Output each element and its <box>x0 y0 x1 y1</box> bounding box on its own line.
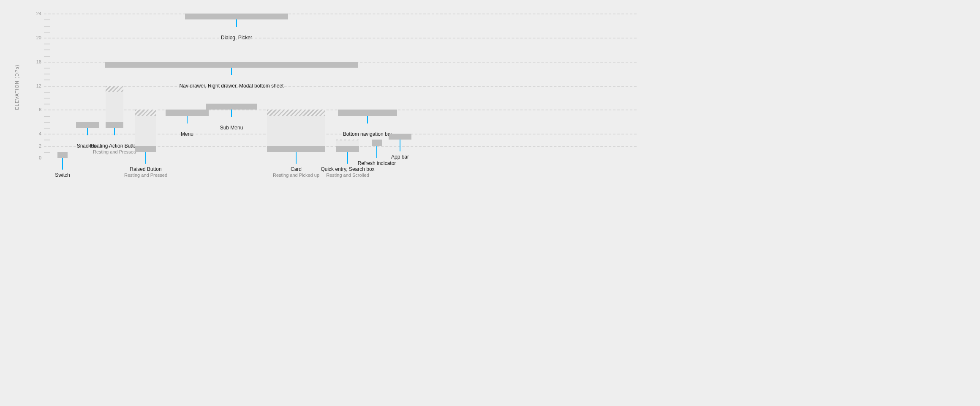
card-pressed-top <box>267 110 325 115</box>
minor-tick <box>44 140 50 140</box>
minor-tick <box>44 26 50 27</box>
card-sublabel: Resting and Picked up <box>273 173 319 178</box>
fab-cue <box>114 128 115 135</box>
minor-tick <box>44 92 50 93</box>
minor-tick <box>44 128 50 129</box>
navbar-cue <box>367 116 368 123</box>
ytick-4: 4 <box>39 131 41 136</box>
snackbar-bar <box>76 122 99 128</box>
minor-tick <box>44 56 50 57</box>
raised-pressed-top <box>135 110 156 115</box>
elevation-chart: ELEVATION (DPs) 024812162024SwitchSnackb… <box>0 0 653 271</box>
refresh-cue <box>376 146 377 158</box>
quick-label: Quick entry, Search box <box>321 166 374 172</box>
raised-pressed-range <box>135 116 156 146</box>
quick-bar <box>336 146 359 152</box>
snackbar-cue <box>87 128 88 135</box>
ytick-12: 12 <box>36 83 41 88</box>
minor-tick <box>44 74 50 74</box>
fab-pressed-top <box>106 86 123 92</box>
appbar-bar <box>389 134 411 140</box>
fab-label: Floating Action Button <box>90 143 139 149</box>
ytick-0: 0 <box>39 155 41 160</box>
gridline-20 <box>44 38 637 38</box>
navbar-bar <box>338 110 397 115</box>
ytick-24: 24 <box>36 11 41 16</box>
quick-pressed-top <box>336 140 359 140</box>
raised-bar <box>135 146 156 152</box>
minor-tick <box>44 68 50 69</box>
switch-cue <box>62 158 63 170</box>
raised-cue <box>145 152 146 164</box>
minor-tick <box>44 104 50 104</box>
dialog-bar <box>185 14 288 19</box>
drawer-bar <box>105 62 358 68</box>
gridline-12 <box>44 86 637 87</box>
switch-bar <box>57 152 68 158</box>
minor-tick <box>44 152 50 153</box>
raised-sublabel: Resting and Pressed <box>124 173 167 178</box>
card-bar <box>267 146 325 152</box>
refresh-bar <box>372 140 382 145</box>
ytick-16: 16 <box>36 59 41 64</box>
submenu-bar <box>206 104 257 110</box>
raised-label: Raised Button <box>130 166 161 172</box>
submenu-cue <box>231 110 232 117</box>
minor-tick <box>44 98 50 99</box>
drawer-label: Nav drawer, Right drawer, Modal bottom s… <box>180 83 284 89</box>
menu-label: Menu <box>181 131 193 137</box>
dialog-label: Dialog, Picker <box>221 35 252 41</box>
switch-label: Switch <box>55 172 70 178</box>
minor-tick <box>44 80 50 80</box>
minor-tick <box>44 122 50 123</box>
fab-sublabel: Resting and Pressed <box>93 149 136 154</box>
quick-sublabel: Resting and Scrolled <box>326 173 369 178</box>
refresh-label: Refresh indicator <box>358 160 396 166</box>
menu-bar <box>166 110 209 115</box>
gridline-0 <box>44 158 637 158</box>
ytick-2: 2 <box>39 143 41 148</box>
navbar-label: Bottom navigation bar <box>343 131 392 137</box>
gridline-4 <box>44 134 637 134</box>
quick-cue <box>347 152 348 164</box>
minor-tick <box>44 19 50 20</box>
menu-cue <box>187 116 188 123</box>
fab-pressed-range <box>106 92 123 122</box>
minor-tick <box>44 49 50 50</box>
y-axis-label: ELEVATION (DPs) <box>14 64 19 110</box>
minor-tick <box>44 44 50 44</box>
appbar-label: App bar <box>391 154 409 160</box>
card-cue <box>296 152 297 164</box>
fab-bar <box>106 122 123 128</box>
dialog-cue <box>236 19 237 27</box>
card-pressed-range <box>267 116 325 146</box>
ytick-8: 8 <box>39 107 41 112</box>
minor-tick <box>44 32 50 33</box>
ytick-20: 20 <box>36 35 41 40</box>
gridline-24 <box>44 14 637 14</box>
quick-pressed-range <box>336 140 359 146</box>
submenu-label: Sub Menu <box>220 125 243 131</box>
card-label: Card <box>291 166 302 172</box>
drawer-cue <box>231 68 232 75</box>
minor-tick <box>44 116 50 117</box>
appbar-cue <box>400 140 400 151</box>
